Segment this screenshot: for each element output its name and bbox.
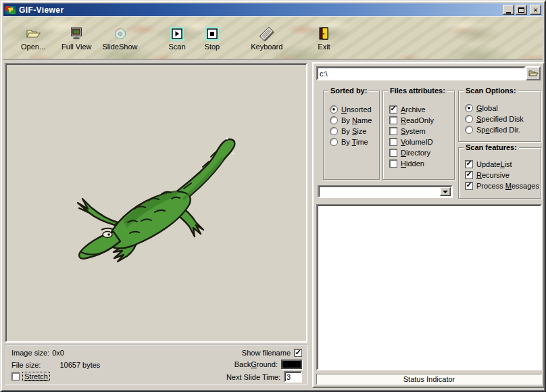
- checkbox-directory-icon: [389, 149, 397, 157]
- checkbox-recursive[interactable]: ✓ Recursive: [465, 170, 510, 179]
- files-attributes-group: Files attributes: ✓ Archive ReadOnly Sys…: [382, 91, 455, 180]
- scan-control-panel: Sorted by: ● Unsorted By Name By Size By…: [312, 62, 545, 388]
- radio-by-name[interactable]: By Name: [330, 116, 372, 124]
- image-size-value: 0x0: [52, 349, 64, 357]
- radio-unsorted-icon: ●: [330, 105, 338, 114]
- window-title: GIF-Viewer: [19, 5, 64, 15]
- sorted-by-title: Sorted by:: [328, 87, 369, 95]
- exit-button[interactable]: Exit: [318, 26, 330, 51]
- keyboard-button[interactable]: Keyboard: [251, 26, 282, 51]
- scan-button[interactable]: Scan: [169, 26, 186, 51]
- checkbox-volumeid-label: VolumeID: [401, 138, 433, 146]
- monitor-icon: [70, 26, 83, 41]
- radio-unsorted[interactable]: ● Unsorted: [330, 105, 372, 114]
- radio-specified-disk-label: Specified Disk: [476, 115, 524, 123]
- checkbox-archive-icon: ✓: [389, 105, 397, 114]
- next-slide-input[interactable]: [285, 372, 301, 381]
- checkbox-updatelist-icon: ✓: [465, 160, 473, 168]
- next-slide-label: Next Slide Time:: [226, 373, 280, 381]
- filename-combobox[interactable]: [318, 185, 453, 198]
- filename-combobox-input[interactable]: [319, 187, 451, 197]
- checkbox-readonly[interactable]: ReadOnly: [389, 116, 434, 124]
- checkbox-recursive-label: Recursive: [476, 171, 510, 179]
- radio-by-time[interactable]: By Time: [330, 137, 368, 146]
- exit-door-icon: [319, 26, 329, 41]
- background-row: BackGround:: [234, 360, 302, 369]
- image-display-area[interactable]: [5, 63, 307, 343]
- open-button[interactable]: Open...: [21, 26, 45, 51]
- checkbox-system[interactable]: System: [389, 126, 426, 135]
- minimize-button[interactable]: [503, 5, 514, 15]
- radio-global-icon: ●: [465, 104, 473, 112]
- close-icon: ✕: [533, 6, 538, 14]
- viewer-panel: Image size: 0x0 File size: 10657 bytes S…: [4, 62, 309, 388]
- exit-label: Exit: [318, 43, 330, 51]
- radio-specified-disk[interactable]: Specified Disk: [465, 114, 524, 123]
- checkbox-process-messages[interactable]: ✓ Process Messages: [465, 181, 539, 190]
- stretch-checkbox-icon: [11, 372, 20, 381]
- browse-folder-icon: [528, 70, 539, 77]
- next-slide-row: Next Slide Time:: [226, 371, 302, 383]
- stop-button[interactable]: Stop: [205, 26, 220, 51]
- checkbox-system-label: System: [401, 127, 426, 135]
- status-indicator-text: Status Indicator: [403, 375, 455, 383]
- toolbar: Open... Full View: [3, 16, 543, 59]
- slideshow-button[interactable]: SlideShow: [103, 26, 138, 51]
- maximize-button[interactable]: [516, 5, 527, 15]
- radio-by-size[interactable]: By Size: [330, 126, 366, 135]
- checkbox-directory-label: Directory: [401, 149, 430, 157]
- maximize-icon: [518, 7, 524, 13]
- radio-by-time-icon: [330, 138, 338, 146]
- gif-viewer-window: GIF-Viewer ✕ Open...: [0, 0, 546, 392]
- stretch-label: Stretch: [22, 372, 50, 381]
- radio-specified-dir[interactable]: Specified Dir.: [465, 125, 520, 134]
- full-view-label: Full View: [61, 43, 91, 51]
- checkbox-hidden-label: Hidden: [401, 160, 424, 168]
- files-attributes-title: Files attributes:: [388, 87, 447, 95]
- scan-options-group: Scan Options: ● Global Specified Disk Sp…: [458, 91, 541, 142]
- radio-by-size-label: By Size: [341, 127, 366, 135]
- image-size-row: Image size: 0x0: [11, 349, 64, 357]
- close-button[interactable]: ✕: [530, 5, 541, 15]
- path-input-frame: [316, 66, 526, 80]
- checkbox-hidden-icon: [389, 160, 397, 168]
- checkbox-archive-label: Archive: [401, 105, 426, 114]
- slideshow-label: SlideShow: [103, 43, 138, 51]
- checkbox-recursive-icon: ✓: [465, 171, 473, 179]
- checkbox-volumeid-icon: [389, 138, 397, 146]
- show-filename-checkbox[interactable]: Show filename ✓: [242, 349, 302, 357]
- background-label: BackGround:: [234, 360, 278, 368]
- background-color-swatch[interactable]: [281, 360, 302, 369]
- browse-button[interactable]: [526, 66, 541, 80]
- checkbox-archive[interactable]: ✓ Archive: [389, 105, 426, 114]
- image-size-label: Image size:: [11, 349, 49, 357]
- file-listbox[interactable]: [316, 204, 542, 370]
- keyboard-label: Keyboard: [251, 43, 282, 51]
- image-info-bar: Image size: 0x0 File size: 10657 bytes S…: [5, 345, 307, 385]
- app-icon: [5, 5, 16, 15]
- path-input[interactable]: [318, 68, 524, 79]
- cd-disc-icon: [114, 26, 126, 41]
- radio-by-size-icon: [330, 127, 338, 135]
- open-label: Open...: [21, 43, 45, 51]
- window-controls: ✕: [501, 5, 541, 15]
- full-view-button[interactable]: Full View: [61, 26, 91, 51]
- radio-global[interactable]: ● Global: [465, 103, 498, 112]
- stop-label: Stop: [205, 43, 220, 51]
- checkbox-updatelist-label: UpdateList: [476, 160, 512, 168]
- checkbox-updatelist[interactable]: ✓ UpdateList: [465, 160, 512, 168]
- sorted-by-group: Sorted by: ● Unsorted By Name By Size By…: [323, 91, 380, 180]
- checkbox-hidden[interactable]: Hidden: [389, 159, 424, 168]
- scan-label: Scan: [169, 43, 186, 51]
- scan-features-title: Scan features:: [464, 143, 519, 151]
- titlebar[interactable]: GIF-Viewer ✕: [3, 3, 543, 16]
- combobox-dropdown-button[interactable]: [440, 187, 451, 196]
- radio-specified-disk-icon: [465, 115, 473, 123]
- scan-options-title: Scan Options:: [464, 87, 518, 95]
- checkbox-system-icon: [389, 127, 397, 135]
- show-filename-checkbox-icon: ✓: [294, 349, 302, 357]
- open-folder-icon: [25, 26, 41, 41]
- checkbox-volumeid[interactable]: VolumeID: [389, 137, 433, 146]
- checkbox-directory[interactable]: Directory: [389, 148, 430, 157]
- stretch-checkbox[interactable]: Stretch: [11, 372, 50, 381]
